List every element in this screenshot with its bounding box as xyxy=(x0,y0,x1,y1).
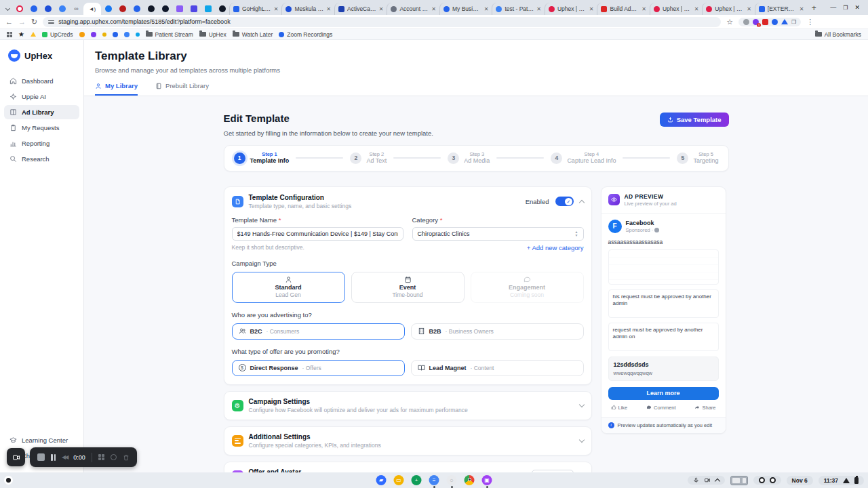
site-info-icon[interactable] xyxy=(48,19,54,25)
pinned-tab[interactable] xyxy=(144,3,158,15)
tab-close-icon[interactable]: ✕ xyxy=(589,6,594,12)
tab-close-icon[interactable]: ✕ xyxy=(642,6,646,12)
tab-close-icon[interactable]: ✕ xyxy=(536,6,541,12)
offer-option-direct-response[interactable]: $ Direct Response · Offers xyxy=(232,360,405,376)
close-button[interactable]: ✕ xyxy=(854,4,860,11)
tab-close-icon[interactable]: ✕ xyxy=(379,6,384,12)
tab-close-icon[interactable]: ✕ xyxy=(694,6,699,12)
extension-icon[interactable] xyxy=(772,19,778,25)
apps-grid-icon[interactable] xyxy=(7,32,12,37)
pinned-tab[interactable] xyxy=(26,3,41,15)
browser-tab[interactable]: Uphex | Desi✕ xyxy=(650,3,702,15)
campaign-settings-card[interactable]: ⚙ Campaign Settings Configure how Facebo… xyxy=(224,391,592,420)
extension-icon[interactable] xyxy=(762,19,768,25)
tab-close-icon[interactable]: ✕ xyxy=(274,6,279,12)
step-template-info[interactable]: 1 Step 1Template Info xyxy=(234,151,290,165)
settings-app-icon[interactable]: ◌ xyxy=(447,475,457,485)
url-text[interactable]: staging.app.uphex.com/templates/5185/edi… xyxy=(58,18,230,25)
tab-search-chevron-icon[interactable] xyxy=(3,3,12,14)
pinned-tab[interactable] xyxy=(12,3,26,15)
browser-tab[interactable]: My Business✕ xyxy=(439,3,492,15)
tab-close-icon[interactable]: ✕ xyxy=(484,6,489,12)
browser-tab[interactable]: Account Ove✕ xyxy=(387,3,439,15)
tab-close-icon[interactable]: ✕ xyxy=(326,6,331,12)
bookmark-star-icon[interactable]: ☆ xyxy=(726,18,733,26)
comment-action[interactable]: Comment xyxy=(646,405,676,411)
enabled-toggle[interactable] xyxy=(555,197,574,206)
keep-app-icon[interactable]: ▭ xyxy=(394,475,404,485)
sidebar-item-dashboard[interactable]: Dashboard xyxy=(4,74,79,88)
pinned-tab-active-audio[interactable]: ◄) xyxy=(83,3,101,15)
pinned-tab[interactable] xyxy=(215,3,229,15)
bookmark-upcreds[interactable]: UpCreds xyxy=(42,31,73,38)
camera-icon[interactable] xyxy=(704,477,711,483)
record-circle-icon[interactable] xyxy=(111,454,117,460)
browser-tab[interactable]: Uphex | Desi✕ xyxy=(702,3,754,15)
sidebar-item-my-requests[interactable]: My Requests xyxy=(4,121,79,135)
collapse-chevron-icon[interactable] xyxy=(578,199,584,205)
step-capture-lead-info[interactable]: 4 Step 4Capture Lead Info xyxy=(551,151,616,165)
bookmark-zoom-recordings[interactable]: Zoom Recordings xyxy=(279,31,332,38)
share-action[interactable]: Share xyxy=(694,405,715,411)
brand[interactable]: UpHex xyxy=(0,40,83,74)
pinned-tab[interactable] xyxy=(115,3,130,15)
step-targeting[interactable]: 5 Step 5Targeting xyxy=(677,151,718,165)
pinned-tab[interactable]: ∞ xyxy=(69,3,83,15)
sidebar-item-reporting[interactable]: Reporting xyxy=(4,136,79,150)
campaign-type-event[interactable]: Event Time-bound xyxy=(351,272,465,303)
pinned-tab[interactable] xyxy=(101,3,115,15)
status-area[interactable]: 11:37 xyxy=(818,476,864,485)
browser-tab[interactable]: Build Ads An✕ xyxy=(597,3,649,15)
chrome-app-icon[interactable] xyxy=(465,475,475,485)
bookmark-icon[interactable] xyxy=(136,33,140,37)
microphone-icon[interactable] xyxy=(693,477,699,483)
browser-tab[interactable]: GoHighLevel✕ xyxy=(229,3,281,15)
extension-icon[interactable] xyxy=(753,19,759,25)
sheets-app-icon[interactable]: + xyxy=(412,475,422,485)
tab-my-library[interactable]: My Library xyxy=(95,82,138,96)
bookmark-icon[interactable] xyxy=(91,32,96,37)
browser-tab[interactable]: [EXTERNAL]✕ xyxy=(755,3,807,15)
sidebar-item-learning-center[interactable]: Learning Center xyxy=(4,433,79,447)
audience-option-b2b[interactable]: B2B · Business Owners xyxy=(411,323,584,340)
learn-more-button[interactable]: Learn more xyxy=(608,387,719,400)
audience-option-b2c[interactable]: B2C · Consumers xyxy=(232,323,405,340)
save-template-button[interactable]: Save Template xyxy=(660,113,729,127)
bookmark-folder-uphex[interactable]: UpHex xyxy=(199,31,226,38)
browser-menu-icon[interactable]: ⋮ xyxy=(806,18,814,26)
extension-icon[interactable] xyxy=(743,19,749,25)
pinned-tab[interactable] xyxy=(41,3,55,15)
category-select[interactable]: Chiropractic Clinics ▲▼ xyxy=(412,227,584,241)
new-tab-button[interactable]: + xyxy=(807,2,821,14)
sidebar-item-research[interactable]: Research xyxy=(4,152,79,166)
back-button[interactable]: ← xyxy=(5,18,13,26)
trash-icon[interactable] xyxy=(123,454,130,461)
media-controls[interactable] xyxy=(688,476,725,485)
files-app-icon[interactable]: ▰ xyxy=(376,475,387,485)
sidebar-item-ad-library[interactable]: Ad Library xyxy=(4,105,79,119)
camera-button[interactable] xyxy=(7,448,25,466)
docs-app-icon[interactable]: ≡ xyxy=(429,475,439,485)
offer-option-lead-magnet[interactable]: Lead Magnet · Content xyxy=(411,360,584,376)
address-bar[interactable]: staging.app.uphex.com/templates/5185/edi… xyxy=(43,17,721,27)
like-action[interactable]: Like xyxy=(611,405,628,411)
bookmark-icon[interactable]: ★ xyxy=(18,30,24,38)
screencast-app-icon[interactable]: ▣ xyxy=(482,475,492,485)
browser-tab[interactable]: Uphex | Desi✕ xyxy=(545,3,597,15)
rewind-icon[interactable]: ◀◀ xyxy=(62,454,67,460)
expand-chevron-icon[interactable] xyxy=(578,436,584,442)
minimize-button[interactable]: — xyxy=(830,4,836,11)
template-name-input[interactable] xyxy=(232,227,403,241)
screen-share-preview[interactable] xyxy=(730,476,748,485)
tab-prebuilt-library[interactable]: Prebuilt Library xyxy=(155,82,209,96)
bookmark-icon[interactable] xyxy=(79,32,85,37)
date-pill[interactable]: Nov 6 xyxy=(787,476,813,485)
all-bookmarks-button[interactable]: All Bookmarks xyxy=(815,31,861,38)
pinned-tab[interactable] xyxy=(201,3,215,15)
step-ad-media[interactable]: 3 Step 3Ad Media xyxy=(448,151,490,165)
bookmark-folder-watch-later[interactable]: Watch Later xyxy=(233,31,273,38)
pinned-tab[interactable] xyxy=(130,3,144,15)
expand-chevron-icon[interactable] xyxy=(578,401,584,407)
tab-close-icon[interactable]: ✕ xyxy=(800,6,804,12)
chevron-up-icon[interactable] xyxy=(714,479,719,484)
